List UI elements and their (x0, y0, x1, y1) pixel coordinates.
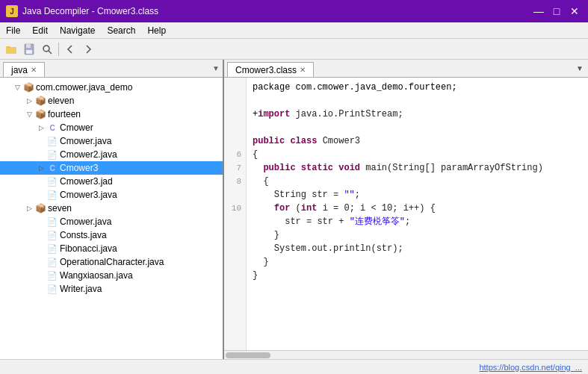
ln-blank5 (227, 134, 241, 148)
forward-button[interactable] (80, 41, 96, 57)
class-icon3: C (46, 163, 58, 173)
back-button[interactable] (62, 41, 78, 57)
save-button[interactable] (21, 41, 37, 57)
tree-label-fourteen: fourteen (48, 109, 81, 119)
tree-node-cmower[interactable]: ▷ C Cmower (0, 121, 223, 134)
file-icon-wang: 📄 (46, 270, 58, 281)
tree-label-seven: seven (48, 203, 72, 214)
left-tab-close[interactable]: ✕ (31, 66, 37, 74)
minimize-button[interactable]: — (531, 4, 546, 19)
spacer (36, 270, 46, 281)
menu-edit[interactable]: Edit (26, 24, 54, 37)
title-bar: J Java Decompiler - Cmower3.class — □ ✕ (0, 0, 588, 22)
spacer (36, 136, 46, 146)
tree-node-operational[interactable]: 📄 OperationalCharacter.java (0, 255, 223, 269)
tree-label-root: com.cmower.java_demo (36, 82, 132, 93)
expander-cmower3[interactable]: ▷ (36, 163, 46, 173)
spacer (36, 176, 46, 187)
menu-help[interactable]: Help (141, 24, 172, 37)
ln-8: 8 (227, 175, 241, 188)
file-tree: ▽ 📦 com.cmower.java_demo ▷ 📦 eleven ▽ (0, 78, 223, 359)
tree-node-cmower3-jad[interactable]: 📄 Cmower3.jad (0, 175, 223, 188)
editor-tab-label: Cmower3.class (235, 65, 297, 75)
folder-icon: 📦 (34, 96, 46, 106)
spacer (36, 284, 46, 294)
java-file-icon3: 📄 (46, 190, 58, 200)
menu-search[interactable]: Search (101, 24, 141, 37)
tree-label-wangxiaosan: Wangxiaosan.java (60, 270, 133, 281)
tree-node-cmower3[interactable]: ▷ C Cmower3 (0, 161, 223, 175)
editor-tab-dropdown[interactable]: ▼ (572, 64, 588, 72)
file-icon-fib: 📄 (46, 243, 58, 254)
left-panel-dropdown[interactable]: ▼ (212, 64, 223, 72)
ln-blank11 (227, 215, 241, 228)
tree-label-cmower3: Cmower3 (60, 163, 98, 173)
tree-node-wangxiaosan[interactable]: 📄 Wangxiaosan.java (0, 269, 223, 282)
window-controls: — □ ✕ (531, 4, 582, 19)
ln-6: 6 (227, 148, 241, 161)
ln-blank4 (227, 121, 241, 134)
horizontal-scrollbar[interactable] (224, 350, 588, 359)
app-icon: J (6, 5, 18, 17)
left-tab-java[interactable]: java ✕ (3, 62, 45, 77)
scrollbar-thumb[interactable] (226, 352, 270, 358)
editor-tab-cmower3[interactable]: Cmower3.class ✕ (227, 62, 314, 77)
status-url[interactable]: https://blog.csdn.net/qing_... (479, 363, 582, 372)
search-button[interactable] (39, 41, 55, 57)
editor-tab-close[interactable]: ✕ (300, 66, 306, 74)
svg-point-5 (43, 46, 49, 52)
spacer (36, 257, 46, 267)
svg-rect-1 (6, 47, 16, 54)
file-icon-consts: 📄 (46, 230, 58, 240)
tree-node-cmower2-java[interactable]: 📄 Cmower2.java (0, 148, 223, 161)
folder-icon: 📦 (34, 109, 46, 119)
tree-node-cmower3-java[interactable]: 📄 Cmower3.java (0, 188, 223, 202)
tree-node-writer[interactable]: 📄 Writer.java (0, 282, 223, 296)
expander-seven[interactable]: ▷ (24, 203, 34, 214)
toolbar (0, 39, 588, 60)
code-text: package com.cmower.java_demo.fourteen; +… (247, 78, 588, 350)
close-button[interactable]: ✕ (567, 4, 582, 19)
tree-node-eleven[interactable]: ▷ 📦 eleven (0, 94, 223, 107)
tree-label-cmower-java: Cmower.java (60, 136, 111, 146)
file-icon-s: 📄 (46, 216, 58, 227)
left-tabs: java ✕ ▼ (0, 60, 223, 78)
editor-tabs: Cmower3.class ✕ ▼ (224, 60, 588, 78)
expander-cmower[interactable]: ▷ (36, 122, 46, 133)
ln-blank9 (227, 188, 241, 202)
tree-label-cmower: Cmower (60, 122, 93, 133)
tree-node-fibonacci[interactable]: 📄 Fibonacci.java (0, 242, 223, 255)
tree-node-cmower-java[interactable]: 📄 Cmower.java (0, 134, 223, 148)
expander-root[interactable]: ▽ (12, 82, 22, 93)
maximize-button[interactable]: □ (549, 4, 564, 19)
line-numbers: 6 7 8 10 (224, 78, 247, 350)
tree-label-seven-cmower: Cmower.java (60, 216, 111, 227)
menu-bar: File Edit Navigate Search Help (0, 22, 588, 39)
menu-navigate[interactable]: Navigate (54, 24, 101, 37)
svg-rect-4 (26, 50, 32, 54)
open-button[interactable] (3, 41, 19, 57)
menu-file[interactable]: File (0, 24, 26, 37)
java-file-icon: 📄 (46, 136, 58, 146)
tree-label-eleven: eleven (48, 96, 74, 106)
ln-blank12 (227, 228, 241, 242)
expander-fourteen[interactable]: ▽ (24, 109, 34, 119)
jad-file-icon: 📄 (46, 176, 58, 187)
code-editor[interactable]: 6 7 8 10 package com.cmower.java_demo.fo… (224, 78, 588, 350)
tree-label-writer: Writer.java (60, 284, 102, 294)
window-title: Java Decompiler - Cmower3.class (22, 6, 158, 16)
split-pane: java ✕ ▼ ▽ 📦 com.cmower.java_demo ▷ (0, 60, 588, 359)
svg-line-6 (49, 51, 52, 54)
file-icon-writer: 📄 (46, 284, 58, 294)
expander-eleven[interactable]: ▷ (24, 96, 34, 106)
tree-node-seven-cmower[interactable]: 📄 Cmower.java (0, 215, 223, 228)
toolbar-separator (58, 43, 59, 56)
status-bar: https://blog.csdn.net/qing_... (0, 359, 588, 374)
tree-node-seven[interactable]: ▷ 📦 seven (0, 202, 223, 215)
tree-node-root[interactable]: ▽ 📦 com.cmower.java_demo (0, 81, 223, 94)
spacer (36, 243, 46, 254)
tree-node-fourteen[interactable]: ▽ 📦 fourteen (0, 107, 223, 121)
tree-node-consts[interactable]: 📄 Consts.java (0, 228, 223, 242)
svg-rect-3 (26, 44, 31, 48)
tree-label-operational: OperationalCharacter.java (60, 257, 164, 267)
